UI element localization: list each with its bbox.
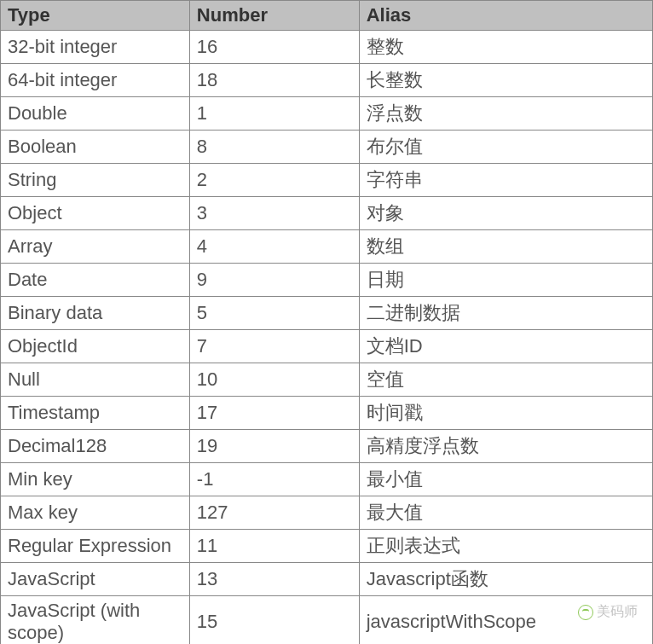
table-row: String2字符串 [1,164,653,197]
cell-number: 10 [189,363,359,397]
cell-number: 5 [189,297,359,330]
table-row: ObjectId7文档ID [1,330,653,363]
cell-number: 19 [189,430,359,463]
cell-type: JavaScript (with scope) [1,596,190,645]
cell-alias: 长整数 [359,64,652,97]
cell-number: 7 [189,330,359,363]
table-row: Boolean8布尔值 [1,131,653,164]
table-row: JavaScript13Javascript函数 [1,563,653,596]
cell-type: Min key [1,463,190,496]
header-type: Type [1,1,190,31]
cell-number: 15 [189,596,359,645]
cell-number: 9 [189,264,359,297]
table-row: Max key127最大值 [1,496,653,530]
cell-type: 64-bit integer [1,64,190,97]
cell-type: String [1,164,190,197]
table-row: JavaScript (with scope)15javascriptWithS… [1,596,653,645]
table-header-row: Type Number Alias [1,1,653,31]
cell-number: 16 [189,31,359,64]
cell-alias: 对象 [359,197,652,230]
cell-type: ObjectId [1,330,190,363]
cell-type: Double [1,97,190,131]
header-alias: Alias [359,1,652,31]
cell-alias: 最大值 [359,496,652,530]
cell-number: 3 [189,197,359,230]
cell-alias: 时间戳 [359,397,652,430]
cell-alias: 空值 [359,363,652,397]
cell-alias: 数组 [359,230,652,264]
cell-alias: Javascript函数 [359,563,652,596]
cell-number: 17 [189,397,359,430]
table-container: Type Number Alias 32-bit integer16整数64-b… [0,0,653,644]
cell-number: 13 [189,563,359,596]
cell-number: 4 [189,230,359,264]
table-row: Timestamp17时间戳 [1,397,653,430]
cell-type: Regular Expression [1,530,190,563]
table-row: Date9日期 [1,264,653,297]
cell-type: Max key [1,496,190,530]
header-number: Number [189,1,359,31]
table-row: Binary data5二进制数据 [1,297,653,330]
cell-type: Array [1,230,190,264]
cell-number: -1 [189,463,359,496]
table-row: Array4数组 [1,230,653,264]
cell-type: Null [1,363,190,397]
cell-type: Timestamp [1,397,190,430]
cell-alias: 字符串 [359,164,652,197]
cell-alias: 浮点数 [359,97,652,131]
cell-type: JavaScript [1,563,190,596]
table-row: Min key-1最小值 [1,463,653,496]
cell-number: 18 [189,64,359,97]
cell-alias: 文档ID [359,330,652,363]
table-body: 32-bit integer16整数64-bit integer18长整数Dou… [1,31,653,645]
table-row: Object3对象 [1,197,653,230]
cell-alias: javascriptWithScope [359,596,652,645]
table-row: Decimal12819高精度浮点数 [1,430,653,463]
cell-type: Date [1,264,190,297]
cell-type: 32-bit integer [1,31,190,64]
cell-type: Decimal128 [1,430,190,463]
table-row: Regular Expression11正则表达式 [1,530,653,563]
cell-type: Object [1,197,190,230]
cell-number: 127 [189,496,359,530]
cell-number: 2 [189,164,359,197]
cell-type: Boolean [1,131,190,164]
cell-alias: 日期 [359,264,652,297]
cell-number: 8 [189,131,359,164]
cell-alias: 正则表达式 [359,530,652,563]
data-type-table: Type Number Alias 32-bit integer16整数64-b… [0,0,653,644]
cell-number: 11 [189,530,359,563]
cell-alias: 最小值 [359,463,652,496]
cell-number: 1 [189,97,359,131]
cell-alias: 整数 [359,31,652,64]
table-row: Null10空值 [1,363,653,397]
cell-alias: 二进制数据 [359,297,652,330]
table-row: 64-bit integer18长整数 [1,64,653,97]
table-row: Double1浮点数 [1,97,653,131]
cell-alias: 高精度浮点数 [359,430,652,463]
cell-type: Binary data [1,297,190,330]
table-row: 32-bit integer16整数 [1,31,653,64]
cell-alias: 布尔值 [359,131,652,164]
